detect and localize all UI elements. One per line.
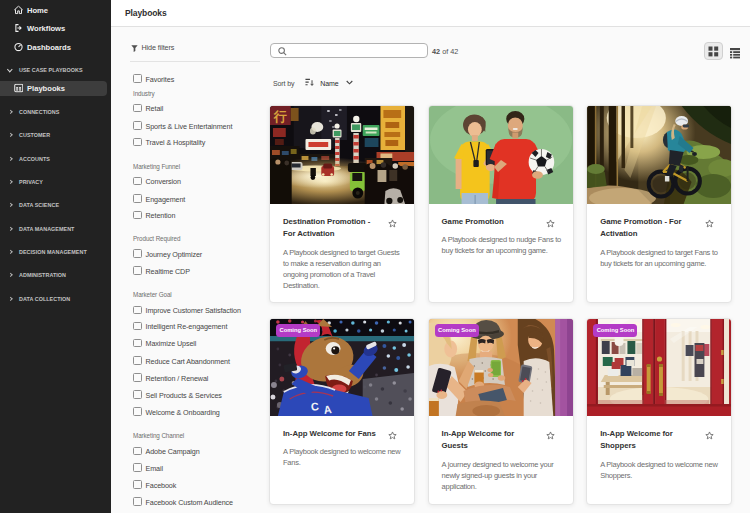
svg-text:行: 行 [273, 108, 287, 123]
